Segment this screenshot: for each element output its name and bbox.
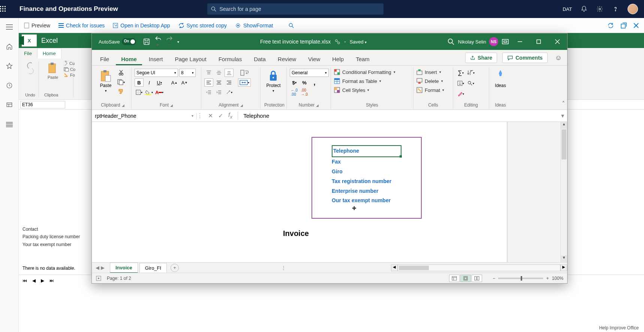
bg-paste-button[interactable]: Paste: [44, 61, 61, 80]
bg-tab-file[interactable]: File: [19, 48, 37, 59]
accounting-format-icon[interactable]: $▾: [290, 78, 299, 87]
zoom-level[interactable]: 100%: [552, 276, 563, 281]
nav-recent-icon[interactable]: [5, 81, 14, 90]
close-window-button[interactable]: [550, 34, 565, 49]
sync-button[interactable]: Sync stored copy: [178, 23, 227, 29]
merge-center-button[interactable]: ▾: [238, 78, 251, 87]
cancel-formula-icon[interactable]: ✕: [208, 112, 213, 119]
global-search[interactable]: Search for a page: [207, 3, 383, 15]
fx-icon[interactable]: fx: [228, 112, 232, 120]
qat-save-icon[interactable]: [143, 38, 150, 45]
tab-page-layout[interactable]: Page Layout: [169, 52, 211, 65]
sort-filter-icon[interactable]: ▾: [466, 69, 475, 77]
conditional-formatting-button[interactable]: Conditional Formatting▾: [334, 69, 395, 75]
sheet-tab-giro[interactable]: Giro_FI: [139, 263, 167, 273]
app-launcher-icon[interactable]: [0, 6, 18, 12]
cell-telephone[interactable]: Telephone: [332, 145, 401, 157]
align-left-icon[interactable]: [204, 78, 213, 87]
gear-icon[interactable]: [596, 5, 604, 13]
open-desktop-button[interactable]: Open in Desktop App: [113, 23, 170, 29]
bg-nav-last[interactable]: ⏭: [49, 278, 54, 283]
cmdbar-search-icon[interactable]: [289, 23, 294, 28]
increase-decimal-icon[interactable]: ←.0.00: [290, 88, 299, 96]
tab-formulas[interactable]: Formulas: [213, 52, 247, 65]
delete-cells-button[interactable]: Delete▾: [416, 78, 443, 84]
percent-format-icon[interactable]: %: [300, 78, 309, 87]
collapse-ribbon-icon[interactable]: ˄: [562, 100, 565, 107]
copy-icon[interactable]: ▾: [117, 78, 126, 86]
showformat-button[interactable]: ShowFormat: [235, 23, 273, 29]
align-middle-icon[interactable]: [214, 69, 223, 77]
qat-undo-icon[interactable]: [155, 35, 162, 48]
tab-help[interactable]: Help: [327, 52, 349, 65]
comments-button[interactable]: Comments: [502, 53, 547, 63]
cell-fax[interactable]: Fax: [332, 157, 401, 167]
bg-nav-next[interactable]: ▶: [41, 278, 44, 283]
tab-review[interactable]: Review: [273, 52, 301, 65]
nav-modules-icon[interactable]: [5, 120, 14, 129]
close-icon[interactable]: [634, 23, 639, 28]
format-cells-button[interactable]: Format▾: [416, 87, 444, 93]
tab-data[interactable]: Data: [249, 52, 271, 65]
nav-hamburger-icon[interactable]: [5, 23, 14, 32]
company-code[interactable]: DAT: [563, 6, 572, 12]
align-center-icon[interactable]: [214, 78, 223, 87]
share-indicator-icon[interactable]: [334, 39, 340, 45]
bold-button[interactable]: B: [135, 78, 144, 87]
paste-button[interactable]: Paste▾: [97, 69, 114, 93]
feedback-smiley-icon[interactable]: ☺: [553, 54, 564, 62]
bell-icon[interactable]: [580, 5, 588, 13]
tab-insert[interactable]: Insert: [144, 52, 168, 65]
preview-button[interactable]: Preview: [24, 23, 50, 29]
record-macro-icon[interactable]: [96, 275, 102, 281]
bg-nav-prev[interactable]: ◀: [32, 278, 36, 283]
shrink-font-button[interactable]: A▼: [180, 78, 189, 87]
worksheet-canvas[interactable]: Telephone Fax Giro Tax registration numb…: [92, 122, 507, 262]
avatar[interactable]: [628, 4, 638, 14]
autosave-toggle[interactable]: On: [122, 38, 136, 45]
decrease-indent-icon[interactable]: [204, 88, 213, 96]
qat-redo-icon[interactable]: [166, 35, 173, 48]
maximize-button[interactable]: [531, 34, 546, 49]
nav-workspace-icon[interactable]: [5, 101, 14, 110]
cell-styles-button[interactable]: Cell Styles▾: [334, 87, 369, 93]
cell-enterprise[interactable]: Enterprise number: [332, 186, 401, 196]
account-button[interactable]: Nikolay Selin NS: [458, 37, 498, 46]
tab-home[interactable]: Home: [116, 52, 142, 65]
sheet-tab-invoice[interactable]: Invoice: [110, 263, 138, 273]
enter-formula-icon[interactable]: ✓: [218, 112, 223, 119]
qat-customize-icon[interactable]: ▾: [177, 40, 179, 44]
formula-bar[interactable]: Telephone: [238, 113, 561, 119]
check-issues-button[interactable]: Check for issues: [58, 23, 105, 29]
format-painter-icon[interactable]: [117, 87, 126, 96]
bg-tab-home[interactable]: Home: [37, 48, 61, 59]
tab-view[interactable]: View: [303, 52, 325, 65]
font-color-button[interactable]: A▾: [155, 88, 164, 96]
nav-home-icon[interactable]: [5, 42, 14, 51]
fill-color-button[interactable]: ▾: [145, 88, 154, 96]
sheet-nav-next[interactable]: ▶: [101, 265, 105, 270]
number-format-select[interactable]: General▾: [290, 69, 329, 77]
minimize-button[interactable]: [512, 34, 527, 49]
save-status[interactable]: Saved ▾: [350, 39, 367, 45]
zoom-in-button[interactable]: +: [546, 276, 549, 281]
name-box[interactable]: rptHeader_Phone▾: [92, 113, 197, 119]
border-button[interactable]: ▾: [135, 88, 144, 96]
clear-icon[interactable]: ▾: [456, 90, 465, 98]
comma-format-icon[interactable]: ,: [310, 78, 319, 87]
format-as-table-button[interactable]: Format as Table▾: [334, 78, 381, 84]
font-name-select[interactable]: Segoe UI▾: [135, 69, 178, 77]
tab-team[interactable]: Team: [350, 52, 375, 65]
align-bottom-icon[interactable]: [225, 69, 234, 77]
italic-button[interactable]: I: [145, 78, 154, 87]
align-right-icon[interactable]: [225, 78, 234, 87]
ribbon-display-icon[interactable]: [502, 39, 509, 44]
zoom-slider[interactable]: [498, 278, 543, 279]
view-normal-button[interactable]: [449, 275, 460, 282]
view-page-break-button[interactable]: [472, 275, 482, 282]
font-size-select[interactable]: 8▾: [179, 69, 196, 77]
vertical-scrollbar[interactable]: ▲▼: [560, 122, 567, 262]
share-button[interactable]: Share: [465, 53, 497, 63]
popout-icon[interactable]: [621, 23, 627, 29]
insert-cells-button[interactable]: Insert▾: [416, 69, 441, 75]
